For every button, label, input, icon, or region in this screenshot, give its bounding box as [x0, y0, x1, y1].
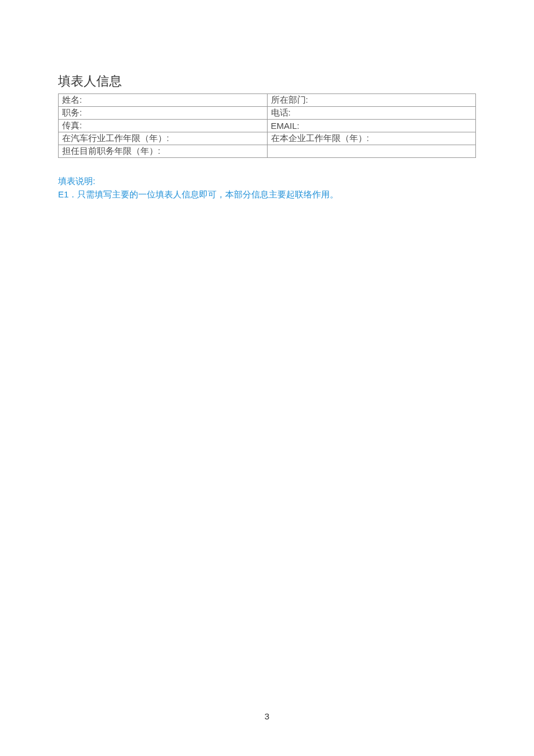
cell-position-label: 职务:: [59, 107, 268, 120]
cell-position-years-label: 担任目前职务年限（年）:: [59, 145, 268, 158]
instructions-block: 填表说明: E1．只需填写主要的一位填表人信息即可，本部分信息主要起联络作用。: [58, 174, 476, 201]
section-title: 填表人信息: [58, 73, 476, 90]
table-row: 在汽车行业工作年限（年）: 在本企业工作年限（年）:: [59, 132, 476, 145]
instructions-line-1: E1．只需填写主要的一位填表人信息即可，本部分信息主要起联络作用。: [58, 188, 476, 201]
cell-email-label: EMAIL:: [267, 120, 476, 132]
table-row: 担任目前职务年限（年）:: [59, 145, 476, 158]
table-row: 传真: EMAIL:: [59, 120, 476, 132]
cell-fax-label: 传真:: [59, 120, 268, 132]
table-row: 姓名: 所在部门:: [59, 94, 476, 107]
instructions-header: 填表说明:: [58, 174, 476, 188]
table-row: 职务: 电话:: [59, 107, 476, 120]
cell-department-label: 所在部门:: [267, 94, 476, 107]
cell-company-years-label: 在本企业工作年限（年）:: [267, 132, 476, 145]
cell-empty: [267, 145, 476, 158]
cell-phone-label: 电话:: [267, 107, 476, 120]
info-table: 姓名: 所在部门: 职务: 电话: 传真: EMAIL: 在汽车行业工作年限（年…: [58, 93, 476, 158]
page-number: 3: [0, 711, 534, 721]
cell-industry-years-label: 在汽车行业工作年限（年）:: [59, 132, 268, 145]
cell-name-label: 姓名:: [59, 94, 268, 107]
